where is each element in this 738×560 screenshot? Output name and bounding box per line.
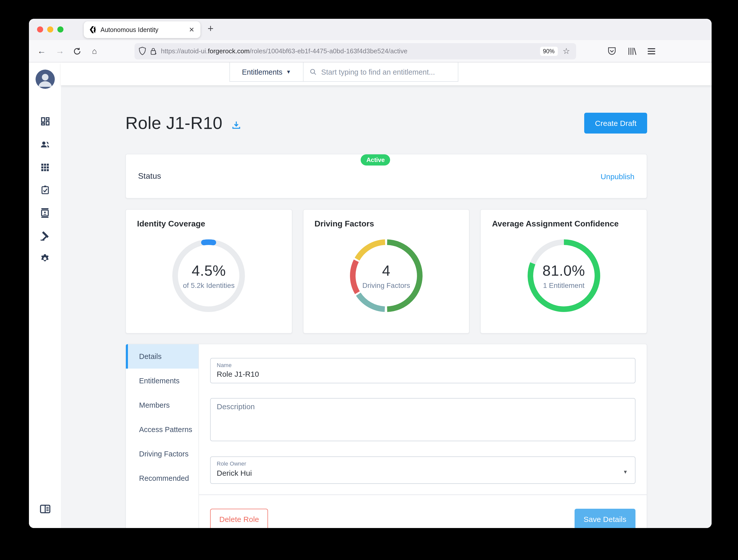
sidebar-item-tasks-clipboard-icon[interactable] [39,184,51,196]
description-field[interactable] [210,398,636,441]
app-header: Entitlements ▼ [61,62,712,85]
chevron-down-icon: ▼ [286,69,291,75]
window-controls [37,26,63,32]
unpublish-link[interactable]: Unpublish [601,172,635,181]
create-draft-button[interactable]: Create Draft [585,113,647,133]
panel-tabs: Details Entitlements Members Access Patt… [126,344,199,528]
search-icon [310,68,317,76]
close-tab-icon[interactable]: ✕ [188,26,196,33]
toolbar-right-icons [608,46,655,56]
back-icon[interactable]: ← [34,43,49,59]
tab-driving-factors[interactable]: Driving Factors [126,442,199,466]
library-icon[interactable] [627,46,637,56]
assignment-confidence-card: Average Assignment Confidence 81.0% 1 En… [480,209,647,333]
chevron-down-icon: ▼ [623,469,628,475]
name-input[interactable] [217,370,629,378]
identity-coverage-card: Identity Coverage 4.5% of 5.2k Identitie… [125,209,292,333]
metric-subtitle: Driving Factors [362,281,410,289]
metric-cards: Identity Coverage 4.5% of 5.2k Identitie… [125,209,647,333]
details-form: Name Role Owner Derick Hui ▼ [199,344,647,528]
metric-value: 4.5% [192,262,226,279]
metric-title: Driving Factors [314,219,458,229]
connection-lock-icon[interactable] [150,47,157,55]
role-owner-field[interactable]: Role Owner Derick Hui ▼ [210,457,636,484]
metric-subtitle: of 5.2k Identities [183,281,235,289]
metric-value: 81.0% [542,262,585,279]
metric-title: Average Assignment Confidence [492,219,636,229]
address-bar[interactable]: https://autoid-ui.forgerock.com/roles/10… [134,43,576,59]
delete-role-button[interactable]: Delete Role [210,509,268,528]
sidebar-item-identities-card-icon[interactable] [39,207,51,219]
tracking-shield-icon[interactable] [138,47,146,55]
zoom-level-badge[interactable]: 90% [540,46,558,56]
form-footer: Delete Role Save Details [210,495,636,528]
forward-icon[interactable]: → [52,43,67,59]
tab-access-patterns[interactable]: Access Patterns [126,417,199,442]
pocket-save-icon[interactable] [608,46,616,56]
home-icon[interactable]: ⌂ [87,43,102,59]
sidebar-collapse-panel-icon[interactable] [39,503,51,515]
fullscreen-window-button[interactable] [57,26,63,32]
metric-subtitle: 1 Entitlement [543,281,585,289]
user-avatar[interactable] [35,69,55,89]
metric-value: 4 [382,262,391,279]
tab-title: Autonomous Identity [100,26,188,33]
new-tab-button[interactable]: + [208,23,214,34]
tab-details[interactable]: Details [126,344,199,368]
sidebar-item-applications-grid[interactable] [39,161,51,173]
role-owner-value: Derick Hui [217,469,629,477]
bookmark-star-icon[interactable]: ☆ [563,46,570,56]
entity-type-dropdown[interactable]: Entitlements ▼ [230,62,304,82]
reload-icon[interactable] [69,43,85,59]
save-details-button[interactable]: Save Details [575,509,636,528]
tab-recommended[interactable]: Recommended [126,466,199,491]
status-label: Status [138,172,161,181]
screen: Autonomous Identity ✕ + ← → ⌂ [0,0,738,560]
page-title: Role J1-R10 [125,113,222,133]
app-sidebar [29,62,61,528]
driving-factors-card: Driving Factors 4 Driving Factors [303,209,469,333]
details-panel: Details Entitlements Members Access Patt… [125,344,647,528]
export-download-icon[interactable] [232,120,241,130]
entitlement-search[interactable] [304,62,458,82]
tab-entitlements[interactable]: Entitlements [126,368,199,393]
search-input[interactable] [321,68,452,76]
name-field-label: Name [217,362,629,368]
forgerock-logo-icon [89,26,96,33]
metric-title: Identity Coverage [137,219,281,229]
minimize-window-button[interactable] [47,26,53,32]
sidebar-item-users[interactable] [39,138,51,150]
entity-type-label: Entitlements [242,68,283,76]
sidebar-item-rules-gavel-icon[interactable] [39,230,51,242]
tab-members[interactable]: Members [126,393,199,417]
close-window-button[interactable] [37,26,43,32]
page-content: Role J1-R10 Create Draft Status Active [61,85,712,528]
status-badge: Active [361,154,390,166]
status-card: Status Active Unpublish [125,154,647,199]
sidebar-item-dashboard[interactable] [39,115,51,127]
browser-window: Autonomous Identity ✕ + ← → ⌂ [29,19,712,528]
app-main: Entitlements ▼ Role J1-R10 [61,62,712,528]
browser-toolbar: ← → ⌂ https://autoid-ui.forgerock.com/ro… [29,40,712,62]
name-field[interactable]: Name [210,358,636,383]
role-owner-label: Role Owner [217,461,629,467]
autonomous-identity-app: Entitlements ▼ Role J1-R10 [29,62,712,528]
browser-tab-bar: Autonomous Identity ✕ + [29,19,712,40]
browser-tab[interactable]: Autonomous Identity ✕ [84,21,201,38]
menu-hamburger-icon[interactable] [648,46,655,56]
description-textarea[interactable] [217,402,629,433]
sidebar-item-settings-gear-icon[interactable] [39,252,51,265]
url-text: https://autoid-ui.forgerock.com/roles/10… [161,47,540,55]
